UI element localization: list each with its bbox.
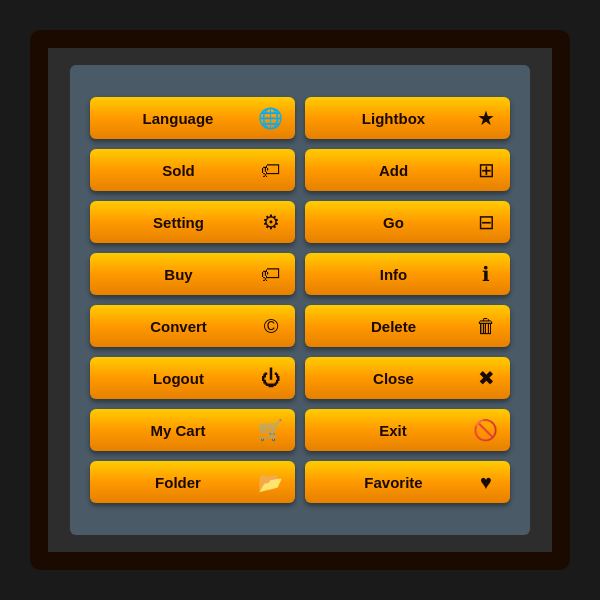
delete-label: Delete (317, 318, 470, 335)
my-cart-label: My Cart (102, 422, 254, 439)
convert-button[interactable]: Convert© (90, 305, 295, 347)
delete-button[interactable]: Delete🗑 (305, 305, 510, 347)
inner-panel: Language🌐Lightbox★Sold🏷Add⊞Setting⚙Go⊟Bu… (70, 65, 530, 535)
trash-icon: 🗑 (474, 315, 498, 338)
logout-button[interactable]: Logout⏻ (90, 357, 295, 399)
go-label: Go (317, 214, 470, 231)
setting-button[interactable]: Setting⚙ (90, 201, 295, 243)
exit-icon: 🚫 (473, 418, 498, 442)
buy-button[interactable]: Buy🏷 (90, 253, 295, 295)
info-button[interactable]: Infoℹ (305, 253, 510, 295)
gear-icon: ⚙ (259, 210, 283, 234)
convert-label: Convert (102, 318, 255, 335)
folder-label: Folder (102, 474, 254, 491)
close-icon: ✖ (474, 366, 498, 390)
language-label: Language (102, 110, 254, 127)
folder-button[interactable]: Folder📂 (90, 461, 295, 503)
setting-label: Setting (102, 214, 255, 231)
go-button[interactable]: Go⊟ (305, 201, 510, 243)
exit-label: Exit (317, 422, 469, 439)
exit-button[interactable]: Exit🚫 (305, 409, 510, 451)
lightbox-label: Lightbox (317, 110, 470, 127)
power-icon: ⏻ (259, 367, 283, 390)
my-cart-button[interactable]: My Cart🛒 (90, 409, 295, 451)
star-icon: ★ (474, 106, 498, 130)
lightbox-button[interactable]: Lightbox★ (305, 97, 510, 139)
favorite-button[interactable]: Favorite♥ (305, 461, 510, 503)
add-icon: ⊞ (474, 158, 498, 182)
language-button[interactable]: Language🌐 (90, 97, 295, 139)
globe-icon: 🌐 (258, 106, 283, 130)
go-icon: ⊟ (474, 210, 498, 234)
sold-button[interactable]: Sold🏷 (90, 149, 295, 191)
button-grid: Language🌐Lightbox★Sold🏷Add⊞Setting⚙Go⊟Bu… (90, 97, 510, 503)
cart-icon: 🛒 (258, 418, 283, 442)
close-label: Close (317, 370, 470, 387)
sold-icon: 🏷 (259, 159, 283, 182)
info-icon: ℹ (474, 262, 498, 286)
favorite-label: Favorite (317, 474, 470, 491)
sold-label: Sold (102, 162, 255, 179)
heart-icon: ♥ (474, 471, 498, 494)
outer-frame: Language🌐Lightbox★Sold🏷Add⊞Setting⚙Go⊟Bu… (30, 30, 570, 570)
tag-icon: 🏷 (259, 263, 283, 286)
close-button[interactable]: Close✖ (305, 357, 510, 399)
convert-icon: © (259, 315, 283, 338)
info-label: Info (317, 266, 470, 283)
folder-icon: 📂 (258, 470, 283, 494)
buy-label: Buy (102, 266, 255, 283)
add-label: Add (317, 162, 470, 179)
add-button[interactable]: Add⊞ (305, 149, 510, 191)
logout-label: Logout (102, 370, 255, 387)
